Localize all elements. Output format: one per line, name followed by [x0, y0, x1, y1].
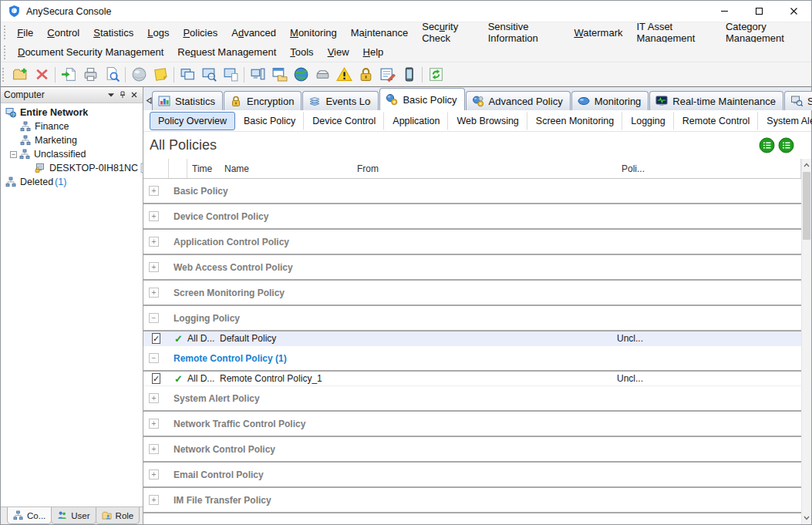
- tree-collapse-toggle[interactable]: −: [10, 151, 17, 158]
- menu-monitoring[interactable]: Monitoring: [283, 25, 344, 41]
- subtab-policy-overview[interactable]: Policy Overview: [150, 112, 235, 130]
- drag-gripper[interactable]: [2, 68, 6, 82]
- panel-tab-co[interactable]: Co...: [7, 507, 52, 524]
- drag-gripper[interactable]: [4, 45, 8, 59]
- tab-label: Events Log: [325, 96, 371, 107]
- scroll-down-arrow-icon[interactable]: [802, 512, 811, 524]
- tab-monitoring[interactable]: Monitoring: [571, 91, 649, 110]
- subtab-remote-control[interactable]: Remote Control: [674, 112, 759, 130]
- export-document-icon[interactable]: [58, 65, 79, 85]
- menu-watermark[interactable]: Watermark: [567, 25, 629, 41]
- menu-file[interactable]: File: [10, 25, 40, 41]
- refresh-icon[interactable]: [425, 65, 446, 85]
- print-icon[interactable]: [79, 65, 101, 85]
- remote-sphere-icon[interactable]: [128, 65, 150, 85]
- tab-advanced-policy[interactable]: Advanced Policy: [466, 91, 571, 110]
- screen-search-icon[interactable]: [198, 65, 220, 85]
- expand-group-toggle[interactable]: +: [149, 262, 159, 272]
- drag-gripper[interactable]: [4, 25, 7, 39]
- subtab-system-alert[interactable]: System Alert: [758, 112, 812, 130]
- collapse-all-button[interactable]: [759, 137, 775, 153]
- pin-icon[interactable]: [116, 89, 128, 101]
- warning-icon[interactable]: [333, 65, 355, 85]
- delete-icon[interactable]: [31, 65, 52, 85]
- menu-request-management[interactable]: Request Management: [170, 44, 283, 60]
- menu-statistics[interactable]: Statistics: [86, 25, 140, 41]
- edit-note-icon[interactable]: [376, 65, 398, 85]
- tab-encryption[interactable]: Encryption: [224, 91, 302, 110]
- tree-item-deleted[interactable]: Deleted(1): [1, 175, 143, 189]
- tree-item-finance[interactable]: Finance: [1, 119, 143, 133]
- sticky-note-icon[interactable]: [150, 65, 171, 85]
- menu-view[interactable]: View: [321, 44, 356, 60]
- column-header-0[interactable]: [143, 159, 169, 178]
- new-folder-icon[interactable]: [9, 65, 31, 85]
- tree-item-desktop-0ih81nc[interactable]: DESKTOP-0IH81NC: [1, 161, 143, 175]
- mobile-device-icon[interactable]: [398, 65, 419, 85]
- lock-icon[interactable]: [355, 65, 376, 85]
- tree-item-unclassified[interactable]: −Unclassified: [1, 147, 143, 161]
- expand-group-toggle[interactable]: +: [149, 495, 159, 505]
- subtab-screen-monitoring[interactable]: Screen Monitoring: [527, 112, 622, 130]
- column-header-time[interactable]: Time: [187, 159, 220, 178]
- scrollbar-thumb[interactable]: [803, 172, 810, 240]
- policy-enabled-checkbox[interactable]: ✓: [152, 333, 160, 344]
- copy-screens-icon[interactable]: [177, 65, 198, 85]
- menu-policies[interactable]: Policies: [176, 25, 224, 41]
- column-header-1[interactable]: [169, 159, 187, 178]
- menu-logs[interactable]: Logs: [140, 25, 176, 41]
- tab-s[interactable]: S...: [784, 91, 812, 110]
- chevron-down-icon[interactable]: [105, 89, 116, 101]
- menu-control[interactable]: Control: [40, 25, 86, 41]
- expand-group-toggle[interactable]: +: [149, 237, 159, 247]
- tab-events-log[interactable]: Events Log: [302, 91, 379, 110]
- expand-group-toggle[interactable]: +: [149, 393, 159, 403]
- subtab-web-browsing[interactable]: Web Browsing: [448, 112, 527, 130]
- panel-tab-user[interactable]: User: [51, 507, 96, 524]
- menu-tools[interactable]: Tools: [283, 44, 320, 60]
- tab-statistics[interactable]: Statistics: [152, 91, 223, 110]
- collapse-group-toggle[interactable]: −: [149, 313, 159, 323]
- subtab-basic-policy[interactable]: Basic Policy: [235, 112, 304, 130]
- tree-item-label: Marketing: [35, 135, 77, 146]
- policy-group-title: Network Traffic Control Policy: [174, 419, 305, 429]
- workstation-icon[interactable]: [247, 65, 268, 85]
- policy-enabled-checkbox[interactable]: ✓: [152, 373, 160, 384]
- expand-group-toggle[interactable]: +: [149, 288, 159, 298]
- table-header-row: TimeNameFromPoli...: [143, 159, 801, 179]
- preview-document-icon[interactable]: [101, 65, 123, 85]
- policy-row-default-policy[interactable]: ✓✓All D...Default PolicyUncl...: [143, 331, 801, 346]
- menu-document-security-management[interactable]: Document Security Management: [11, 44, 170, 60]
- menu-maintenance[interactable]: Maintenance: [344, 25, 415, 41]
- column-header-from[interactable]: From: [352, 159, 617, 178]
- subtab-logging[interactable]: Logging: [622, 112, 674, 130]
- tab-label: Encryption: [247, 96, 294, 107]
- globe-icon[interactable]: [290, 65, 312, 85]
- expand-group-toggle[interactable]: +: [149, 186, 159, 196]
- collapse-group-toggle[interactable]: −: [149, 353, 159, 363]
- tab-scroll-left-icon[interactable]: [146, 92, 152, 109]
- folder-window-icon[interactable]: [268, 65, 290, 85]
- close-icon[interactable]: [128, 89, 140, 101]
- scroll-up-arrow-icon[interactable]: [802, 159, 811, 171]
- expand-all-button[interactable]: [778, 137, 794, 153]
- subtab-application[interactable]: Application: [384, 112, 448, 130]
- menu-advanced[interactable]: Advanced: [224, 25, 283, 41]
- expand-group-toggle[interactable]: +: [149, 419, 159, 429]
- expand-group-toggle[interactable]: +: [149, 444, 159, 454]
- panel-tab-role[interactable]: Role: [96, 507, 140, 524]
- column-header-poli[interactable]: Poli...: [617, 159, 801, 178]
- storage-drive-icon[interactable]: [312, 65, 333, 85]
- expand-group-toggle[interactable]: +: [149, 211, 159, 221]
- tab-real-time-maintenance[interactable]: Real-time Maintenance: [649, 91, 783, 110]
- tree-item-marketing[interactable]: Marketing: [1, 133, 143, 147]
- menu-help[interactable]: Help: [356, 44, 391, 60]
- column-header-name[interactable]: Name: [220, 159, 352, 178]
- policy-row-remote-control-policy-1[interactable]: ✓✓All D...Remote Control Policy_1Uncl...: [143, 372, 801, 386]
- expand-group-toggle[interactable]: +: [149, 469, 159, 480]
- tree-item-entire-network[interactable]: Entire Network: [1, 106, 143, 119]
- subtab-device-control[interactable]: Device Control: [304, 112, 384, 130]
- screen-document-icon[interactable]: [220, 65, 241, 85]
- tab-basic-policy[interactable]: Basic Policy: [379, 88, 464, 110]
- vertical-scrollbar[interactable]: [801, 159, 811, 524]
